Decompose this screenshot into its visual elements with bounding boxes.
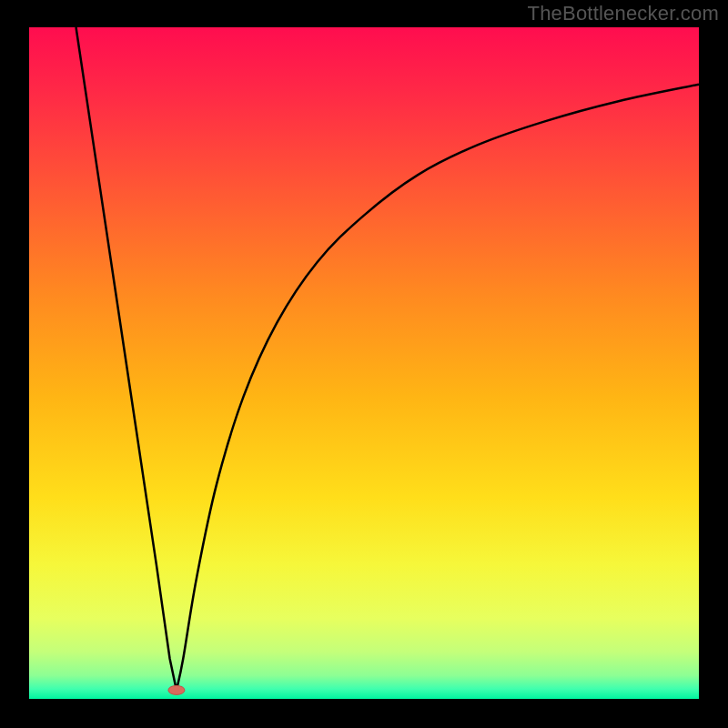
watermark-text: TheBottlenecker.com [528, 2, 719, 25]
gradient-background [29, 27, 699, 699]
minimum-marker [168, 685, 185, 694]
plot-area [29, 27, 699, 699]
chart-svg [29, 27, 699, 699]
chart-frame: TheBottlenecker.com [0, 0, 728, 728]
